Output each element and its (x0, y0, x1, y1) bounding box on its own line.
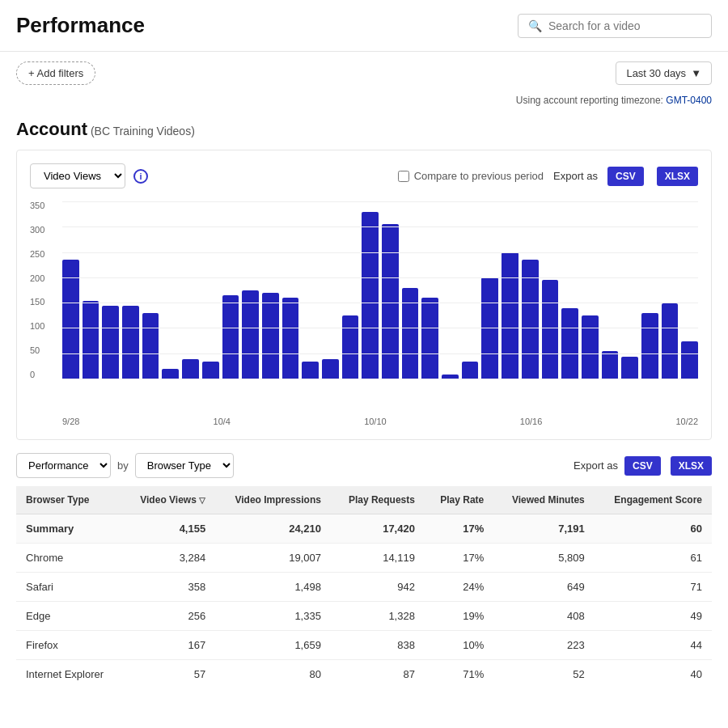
bar[interactable] (582, 315, 599, 379)
bar[interactable] (402, 288, 419, 379)
metric-select[interactable]: Video Views (30, 163, 125, 188)
bar[interactable] (162, 369, 179, 379)
row-viewed-minutes: 223 (493, 631, 595, 660)
account-subtitle: (BC Training Videos) (91, 125, 195, 138)
bar[interactable] (262, 293, 279, 379)
col-viewed-minutes: Viewed Minutes (493, 486, 595, 514)
row-engagement-score: 40 (595, 660, 712, 689)
chart-controls: Video Views i Compare to previous period… (30, 163, 698, 188)
date-range-filter[interactable]: Last 30 days ▼ (616, 61, 712, 85)
chevron-down-icon: ▼ (691, 67, 701, 79)
table-toolbar-left: Performance by Browser Type (16, 453, 234, 478)
toolbar: + Add filters Last 30 days ▼ (0, 52, 728, 95)
col-engagement-score: Engagement Score (595, 486, 712, 514)
timezone-link[interactable]: GMT-0400 (666, 95, 712, 106)
bar[interactable] (142, 313, 159, 379)
row-play-rate: 71% (425, 660, 493, 689)
bar[interactable] (641, 313, 658, 379)
account-label: Account (16, 119, 87, 139)
bar[interactable] (681, 341, 698, 379)
table-row: Safari 358 1,498 942 24% 649 71 (16, 573, 712, 602)
row-play-rate: 17% (425, 544, 493, 573)
chart-export-csv-button[interactable]: CSV (607, 167, 644, 186)
table-section: Performance by Browser Type Export as CS… (16, 453, 712, 688)
bar[interactable] (421, 298, 438, 379)
timezone-note: Using account reporting timezone: GMT-04… (0, 95, 728, 112)
bar[interactable] (202, 362, 219, 379)
bar[interactable] (542, 280, 559, 379)
row-engagement-score: 44 (595, 631, 712, 660)
bar[interactable] (302, 362, 319, 379)
table-toolbar-right: Export as CSV XLSX (574, 456, 712, 476)
y-axis: 350 300 250 200 150 100 50 0 (30, 201, 44, 379)
table-body: Summary 4,155 24,210 17,420 17% 7,191 60… (16, 514, 712, 689)
account-section: Account (BC Training Videos) (0, 112, 728, 140)
bar[interactable] (242, 290, 259, 379)
row-play-rate: 24% (425, 573, 493, 602)
performance-select[interactable]: Performance (16, 453, 111, 478)
col-play-requests: Play Requests (331, 486, 425, 514)
summary-play-rate: 17% (425, 514, 493, 544)
chart-bars-area (30, 201, 698, 379)
bar[interactable] (442, 375, 459, 379)
summary-video-views: 4,155 (122, 514, 215, 544)
bar[interactable] (222, 295, 239, 379)
row-browser: Internet Explorer (16, 660, 122, 689)
row-video-views: 57 (122, 660, 215, 689)
table-export-xlsx-button[interactable]: XLSX (671, 456, 712, 476)
summary-video-impressions: 24,210 (215, 514, 331, 544)
bar[interactable] (602, 351, 619, 379)
table-header-row: Browser Type Video Views ▽ Video Impress… (16, 486, 712, 514)
table-export-csv-button[interactable]: CSV (624, 456, 661, 476)
summary-row: Summary 4,155 24,210 17,420 17% 7,191 60 (16, 514, 712, 544)
bar[interactable] (662, 303, 679, 379)
table-row: Edge 256 1,335 1,328 19% 408 49 (16, 602, 712, 631)
col-browser-type: Browser Type (16, 486, 122, 514)
chart-controls-right: Compare to previous period Export as CSV… (398, 167, 698, 186)
row-video-views: 3,284 (122, 544, 215, 573)
compare-label[interactable]: Compare to previous period (398, 170, 544, 182)
bar[interactable] (342, 315, 359, 379)
bar[interactable] (83, 301, 99, 379)
bar[interactable] (322, 359, 339, 379)
row-video-impressions: 1,659 (215, 631, 331, 660)
bar[interactable] (462, 362, 479, 379)
row-viewed-minutes: 52 (493, 660, 595, 689)
col-video-impressions: Video Impressions (215, 486, 331, 514)
table-row: Firefox 167 1,659 838 10% 223 44 (16, 631, 712, 660)
bar[interactable] (182, 359, 199, 379)
bar[interactable] (561, 308, 578, 379)
search-input[interactable] (548, 19, 701, 32)
row-play-requests: 87 (331, 660, 425, 689)
bar[interactable] (522, 260, 539, 379)
page-header: Performance 🔍 (0, 0, 728, 52)
row-video-impressions: 19,007 (215, 544, 331, 573)
search-box[interactable]: 🔍 (518, 14, 712, 38)
col-video-views[interactable]: Video Views ▽ (122, 486, 215, 514)
chart-export-xlsx-button[interactable]: XLSX (657, 167, 698, 186)
bar[interactable] (481, 277, 498, 379)
row-engagement-score: 49 (595, 602, 712, 631)
x-axis: 9/28 10/4 10/10 10/16 10/22 (30, 417, 698, 426)
bar[interactable] (102, 306, 119, 379)
bar[interactable] (362, 212, 379, 379)
export-label: Export as (553, 170, 598, 182)
row-browser: Firefox (16, 631, 122, 660)
bar[interactable] (62, 260, 79, 379)
info-icon[interactable]: i (133, 169, 148, 184)
bar[interactable] (382, 224, 399, 379)
row-engagement-score: 61 (595, 544, 712, 573)
dimension-select[interactable]: Browser Type (135, 453, 234, 478)
table-row: Chrome 3,284 19,007 14,119 17% 5,809 61 (16, 544, 712, 573)
bar[interactable] (502, 252, 518, 379)
bar[interactable] (282, 298, 299, 379)
performance-table: Browser Type Video Views ▽ Video Impress… (16, 486, 712, 688)
row-video-views: 256 (122, 602, 215, 631)
bar[interactable] (122, 306, 139, 379)
compare-checkbox[interactable] (398, 171, 409, 182)
row-play-requests: 1,328 (331, 602, 425, 631)
bar[interactable] (621, 357, 638, 379)
table-export-label: Export as (574, 459, 618, 472)
add-filters-button[interactable]: + Add filters (16, 61, 95, 85)
row-play-requests: 14,119 (331, 544, 425, 573)
